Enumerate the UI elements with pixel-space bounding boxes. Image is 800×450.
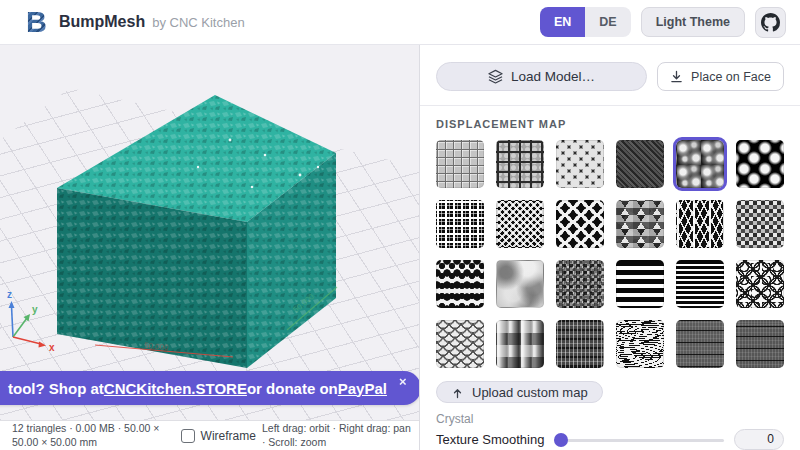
github-button[interactable] — [755, 7, 786, 38]
app-header: B BumpMesh by CNC Kitchen EN DE Light Th… — [0, 0, 800, 45]
model-info: 12 triangles · 0.00 MB · 50.00 × 50.00 ×… — [12, 422, 175, 449]
status-bar: 12 triangles · 0.00 MB · 50.00 × 50.00 ×… — [0, 420, 419, 450]
texture-thumbnail-knit[interactable] — [736, 200, 784, 248]
textured-cube — [57, 95, 336, 368]
wireframe-checkbox[interactable] — [181, 429, 195, 443]
slider-thumb[interactable] — [554, 433, 568, 447]
texture-thumbnail-plankdark2[interactable] — [736, 320, 784, 368]
texture-smoothing-value[interactable]: 0 — [734, 429, 784, 450]
texture-thumbnail-noise[interactable] — [556, 260, 604, 308]
banner-close-icon[interactable]: × — [399, 375, 407, 388]
texture-thumbnail-fabric[interactable] — [556, 320, 604, 368]
layers-icon — [488, 69, 503, 84]
lang-button-en[interactable]: EN — [540, 7, 585, 37]
texture-thumbnail-bubbles[interactable] — [556, 140, 604, 188]
displacement-map-title: DISPLACEMENT MAP — [436, 118, 784, 130]
place-on-face-label: Place on Face — [691, 70, 771, 84]
upload-arrow-icon — [451, 386, 464, 399]
texture-thumbnail-carbon[interactable] — [616, 140, 664, 188]
texture-thumbnail-honeycomb[interactable] — [556, 200, 604, 248]
texture-thumbnail-woodswirl[interactable] — [616, 320, 664, 368]
axis-gizmo: z y x — [7, 289, 55, 353]
load-model-label: Load Model… — [511, 69, 595, 84]
github-icon — [761, 13, 780, 32]
controls-hint: Left drag: orbit · Right drag: pan · Scr… — [262, 422, 411, 449]
viewport-column: 50.000 50.000 z y x — [0, 45, 420, 450]
selected-texture-name: Crystal — [436, 412, 784, 426]
banner-text-prefix: tool? Shop at — [8, 380, 104, 397]
donation-banner: tool? Shop at CNCKitchen.STORE or donate… — [0, 371, 419, 405]
svg-text:z: z — [7, 289, 12, 300]
svg-text:x: x — [49, 342, 55, 353]
svg-text:y: y — [32, 304, 38, 315]
texture-thumbnail-lattice[interactable] — [676, 200, 724, 248]
texture-thumbnail-plankdark[interactable] — [676, 320, 724, 368]
upload-custom-map-button[interactable]: Upload custom map — [436, 381, 603, 403]
texture-thumbnail-hexcamo[interactable] — [616, 200, 664, 248]
paypal-link[interactable]: PayPal — [338, 380, 387, 397]
banner-text-middle: or donate on — [247, 380, 338, 397]
wireframe-label: Wireframe — [201, 429, 256, 443]
texture-smoothing-row: Texture Smoothing 0 — [436, 429, 784, 450]
theme-toggle-button[interactable]: Light Theme — [641, 7, 745, 37]
place-on-face-button[interactable]: Place on Face — [657, 62, 784, 91]
app-byline: by CNC Kitchen — [152, 15, 244, 30]
language-toggle: EN DE — [540, 7, 631, 37]
cube-scene: 50.000 50.000 z y x — [0, 45, 419, 420]
texture-thumbnail-scales[interactable] — [436, 320, 484, 368]
texture-grid — [436, 140, 784, 368]
lang-button-de[interactable]: DE — [585, 7, 630, 37]
texture-thumbnail-diamonds[interactable] — [436, 260, 484, 308]
texture-thumbnail-diagweave[interactable] — [496, 200, 544, 248]
texture-thumbnail-stripesthin[interactable] — [676, 260, 724, 308]
texture-thumbnail-dots[interactable] — [736, 140, 784, 188]
panel-divider — [420, 105, 800, 106]
texture-thumbnail-clouds[interactable] — [496, 260, 544, 308]
texture-smoothing-label: Texture Smoothing — [436, 432, 544, 447]
cnckitchen-store-link[interactable]: CNCKitchen.STORE — [104, 380, 247, 397]
app-logo: B — [26, 8, 47, 37]
texture-thumbnail-tiles[interactable] — [436, 140, 484, 188]
3d-canvas[interactable]: 50.000 50.000 z y x — [0, 45, 419, 420]
texture-thumbnail-voronoi[interactable] — [736, 260, 784, 308]
texture-thumbnail-grid[interactable] — [436, 200, 484, 248]
svg-text:50.000: 50.000 — [144, 341, 170, 352]
download-arrow-icon — [670, 70, 683, 83]
texture-thumbnail-stripeswide[interactable] — [616, 260, 664, 308]
texture-thumbnail-bricks[interactable] — [496, 140, 544, 188]
texture-thumbnail-crystal[interactable] — [676, 140, 724, 188]
slider-track — [554, 439, 724, 442]
texture-thumbnail-basket[interactable] — [496, 320, 544, 368]
texture-smoothing-slider[interactable] — [554, 432, 724, 448]
load-model-button[interactable]: Load Model… — [436, 62, 647, 91]
settings-panel: Load Model… Place on Face DISPLACEMENT M… — [420, 45, 800, 450]
app-title: BumpMesh — [59, 13, 145, 31]
upload-custom-map-label: Upload custom map — [472, 385, 588, 400]
